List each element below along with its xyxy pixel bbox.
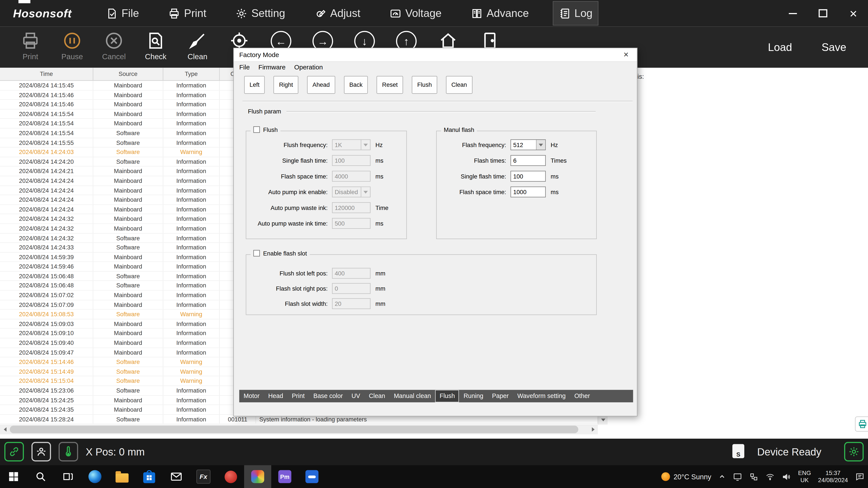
dialog-tab[interactable]: UV	[347, 390, 365, 402]
horizontal-scrollbar[interactable]	[0, 425, 598, 434]
dialog-action-button[interactable]: Flush	[412, 76, 437, 94]
dropdown-arrow-icon[interactable]	[361, 187, 370, 197]
cancel-tool-button[interactable]: Cancel	[97, 27, 131, 68]
scroll-right-button[interactable]	[588, 425, 598, 434]
tray-expand-chevron[interactable]	[718, 473, 726, 480]
field-input[interactable]: 100	[332, 155, 371, 166]
edge-app-button[interactable]	[82, 465, 108, 488]
dialog-action-button[interactable]: Reset	[377, 76, 403, 94]
language-line1: ENG	[798, 469, 811, 477]
menu-print[interactable]: Print	[163, 2, 212, 25]
pm-app-button[interactable]: Pm	[271, 465, 299, 488]
fx-app-button[interactable]: Fx	[190, 465, 217, 488]
teamviewer-icon	[306, 470, 318, 483]
field-input[interactable]: 100	[510, 171, 546, 182]
save-button[interactable]: Save	[822, 27, 846, 68]
scroll-left-button[interactable]	[0, 425, 10, 434]
check-tool-button[interactable]: Check	[138, 27, 173, 68]
minimize-button[interactable]	[785, 6, 800, 21]
load-button[interactable]: Load	[768, 27, 792, 68]
dialog-tab[interactable]: Runing	[459, 390, 488, 402]
dialog-tab[interactable]: Other	[570, 390, 594, 402]
search-button[interactable]	[27, 465, 54, 488]
menu-setting-label: Setting	[251, 7, 285, 20]
connection-status-button[interactable]	[4, 442, 24, 461]
language-indicator[interactable]: ENG UK	[798, 469, 811, 484]
dialog-menu-item[interactable]: Firmware	[258, 64, 286, 71]
dialog-action-button[interactable]: Ahead	[307, 76, 335, 94]
dialog-action-button[interactable]: Right	[274, 76, 299, 94]
field-input[interactable]: 4000	[332, 171, 371, 182]
cell-time: 2024/08/24 15:24:35	[0, 405, 93, 414]
dialog-tab[interactable]: Paper	[488, 390, 513, 402]
dialog-title-bar[interactable]: Factory Mode ×	[234, 48, 637, 62]
dialog-tab[interactable]: Base color	[309, 390, 347, 402]
dialog-tab[interactable]: Manual clean	[390, 390, 435, 402]
operator-status-button[interactable]	[31, 442, 51, 461]
cell-time: 2024/08/24 15:15:04	[0, 377, 93, 385]
store-app-button[interactable]	[135, 465, 163, 488]
dialog-tab[interactable]: Print	[287, 390, 309, 402]
field-input[interactable]: 20	[332, 298, 371, 309]
dialog-tab[interactable]: Flush	[435, 390, 459, 402]
weather-widget[interactable]: 20°C Sunny	[661, 473, 711, 481]
start-button[interactable]	[0, 465, 27, 488]
menu-file[interactable]: File	[100, 2, 145, 25]
field-input[interactable]: 6	[510, 155, 546, 166]
col-header-type: Type	[163, 68, 220, 80]
menu-voltage[interactable]: Voltage	[384, 2, 447, 25]
scrollbar-thumb[interactable]	[10, 426, 578, 433]
network-tray-icon[interactable]	[749, 472, 758, 481]
close-button[interactable]: ×	[846, 6, 860, 21]
dialog-close-button[interactable]: ×	[618, 48, 633, 61]
dialog-action-button[interactable]: Left	[244, 76, 265, 94]
security-app-button[interactable]	[217, 465, 244, 488]
temperature-status-button[interactable]	[59, 442, 78, 461]
clock[interactable]: 15:37 24/08/2024	[818, 469, 848, 484]
volume-tray-icon[interactable]	[782, 472, 791, 481]
floating-printer-icon[interactable]	[855, 416, 868, 432]
teamviewer-app-button[interactable]	[299, 465, 326, 488]
settings-status-button[interactable]	[844, 442, 864, 461]
dialog-menu-item[interactable]: Operation	[294, 64, 323, 71]
cell-time: 2024/08/24 15:23:06	[0, 386, 93, 395]
cell-type: Information	[163, 138, 220, 147]
dropdown-arrow-icon[interactable]	[361, 140, 370, 150]
field-input[interactable]: 500	[332, 218, 371, 229]
print-tool-button[interactable]: Print	[13, 27, 48, 68]
dialog-menu-item[interactable]: File	[239, 64, 250, 71]
maximize-button[interactable]	[816, 6, 830, 21]
enable-flash-slot-checkbox[interactable]	[253, 250, 260, 257]
field-input[interactable]: 1K	[332, 139, 371, 150]
dialog-action-button[interactable]: Back	[344, 76, 368, 94]
dialog-tab[interactable]: Head	[264, 390, 287, 402]
dialog-tab[interactable]: Clean	[365, 390, 390, 402]
dialog-tab[interactable]: Motor	[239, 390, 264, 402]
clean-tool-button[interactable]: Clean	[180, 27, 215, 68]
field-input[interactable]: 120000	[332, 202, 371, 213]
cell-time: 2024/08/24 14:15:54	[0, 119, 93, 128]
menu-advance[interactable]: Advance	[465, 2, 534, 25]
menu-setting[interactable]: Setting	[230, 2, 290, 25]
field-input[interactable]: 400	[332, 268, 371, 279]
task-view-button[interactable]	[54, 465, 82, 488]
file-explorer-button[interactable]	[108, 465, 135, 488]
scroll-down-button[interactable]	[598, 415, 608, 425]
dialog-action-button[interactable]: Clean	[446, 76, 472, 94]
wifi-tray-icon[interactable]	[766, 472, 775, 481]
monitor-tray-icon[interactable]	[733, 472, 742, 481]
flush-checkbox[interactable]	[253, 126, 260, 133]
notification-center-icon[interactable]	[855, 472, 865, 482]
menu-adjust[interactable]: Adjust	[309, 2, 366, 25]
field-input[interactable]: 512	[510, 139, 546, 150]
pause-tool-button[interactable]: Pause	[55, 27, 90, 68]
field-input[interactable]: 1000	[510, 187, 546, 197]
dropdown-arrow-icon[interactable]	[536, 140, 545, 150]
menu-log[interactable]: Log	[553, 1, 598, 26]
field-input[interactable]: Disabled	[332, 187, 371, 197]
field-input[interactable]: 0	[332, 283, 371, 294]
dialog-tab[interactable]: Waveform setting	[513, 390, 570, 402]
mail-app-button[interactable]	[163, 465, 190, 488]
hosonsoft-app-button[interactable]	[244, 465, 271, 488]
flush-group-legend: Flush	[251, 126, 280, 133]
